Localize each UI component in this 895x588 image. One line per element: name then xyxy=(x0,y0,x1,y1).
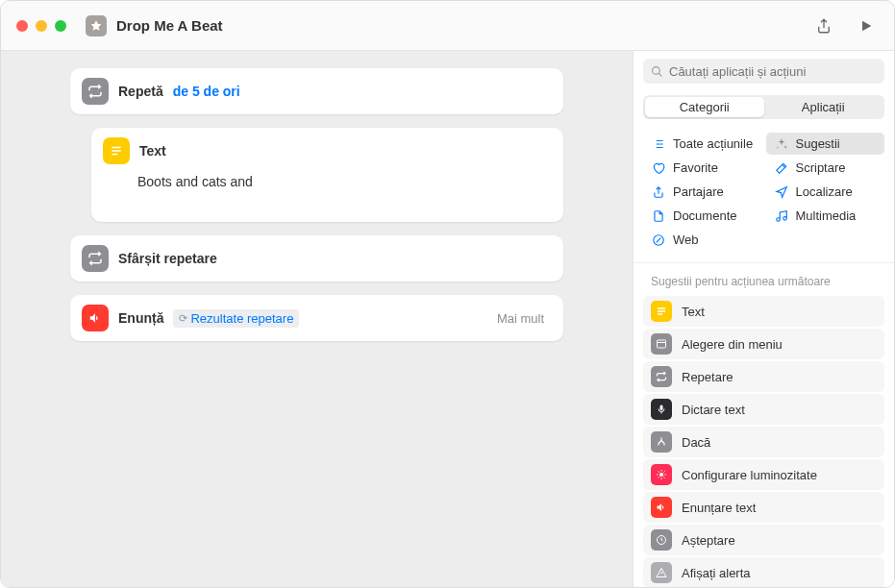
actions-sidebar: Categorii Aplicații Toate acțiunileSuges… xyxy=(633,51,894,587)
close-window-button[interactable] xyxy=(16,20,28,32)
show-more-button[interactable]: Mai mult xyxy=(489,307,552,330)
category-share[interactable]: Partajare xyxy=(643,181,762,203)
category-sparkle[interactable]: Sugestii xyxy=(766,133,885,155)
suggestion-item[interactable]: Dacă xyxy=(643,427,884,457)
category-safari[interactable]: Web xyxy=(643,229,762,251)
svg-point-3 xyxy=(653,66,660,74)
speak-action[interactable]: Enunță ⟳ Rezultate repetare Mai mult xyxy=(70,295,563,341)
repeat-param[interactable]: de 5 de ori xyxy=(173,84,240,99)
suggestion-item[interactable]: Dictare text xyxy=(643,394,884,425)
svg-rect-6 xyxy=(660,405,663,411)
nav-icon xyxy=(774,185,789,199)
suggestion-label: Repetare xyxy=(682,370,733,384)
search-input[interactable] xyxy=(669,64,877,79)
clock-icon xyxy=(651,529,672,551)
repeat-icon xyxy=(82,78,109,105)
category-label: Toate acțiunile xyxy=(673,136,753,151)
category-wand[interactable]: Scriptare xyxy=(766,157,885,179)
suggestion-item[interactable]: Enunțare text xyxy=(643,492,884,523)
traffic-lights[interactable] xyxy=(16,20,66,32)
workflow-canvas[interactable]: Repetă de 5 de ori Text Boots and cats a… xyxy=(1,51,633,587)
branch-icon xyxy=(651,431,672,453)
category-label: Scriptare xyxy=(796,160,846,175)
repeat-icon xyxy=(651,366,672,387)
tab-categories[interactable]: Categorii xyxy=(645,97,764,117)
bright-icon xyxy=(651,464,672,485)
share-button[interactable] xyxy=(811,14,836,37)
suggestion-label: Dacă xyxy=(682,435,710,450)
suggestion-label: Dictare text xyxy=(682,403,745,417)
speak-icon xyxy=(82,305,109,331)
end-repeat-action[interactable]: Sfârșit repetare xyxy=(70,235,563,282)
category-label: Documente xyxy=(673,208,736,223)
shortcut-icon xyxy=(86,15,107,37)
suggestion-label: Așteptare xyxy=(682,533,735,548)
speak-variable-token[interactable]: ⟳ Rezultate repetare xyxy=(173,309,299,328)
category-label: Web xyxy=(673,233,699,247)
alert-icon xyxy=(651,562,672,583)
suggestion-item[interactable]: Afișați alerta xyxy=(643,557,884,587)
suggestion-label: Enunțare text xyxy=(682,501,756,515)
svg-rect-5 xyxy=(658,340,666,348)
mic-icon xyxy=(651,399,672,420)
wand-icon xyxy=(774,161,789,175)
speak-icon xyxy=(651,497,672,518)
category-doc[interactable]: Documente xyxy=(643,205,762,227)
search-field[interactable] xyxy=(643,59,884,84)
suggestion-item[interactable]: Așteptare xyxy=(643,525,884,555)
fullscreen-window-button[interactable] xyxy=(55,20,66,32)
suggestion-item[interactable]: Repetare xyxy=(643,361,884,392)
category-label: Localizare xyxy=(796,184,853,199)
text-icon xyxy=(651,301,672,322)
tab-apps[interactable]: Aplicații xyxy=(764,97,883,117)
sparkle-icon xyxy=(774,137,789,151)
suggestion-label: Configurare luminozitate xyxy=(682,468,817,482)
safari-icon xyxy=(651,233,666,247)
menu-icon xyxy=(651,333,672,355)
end-repeat-label: Sfârșit repetare xyxy=(118,251,217,266)
category-label: Sugestii xyxy=(796,136,840,151)
suggestion-label: Afișați alerta xyxy=(682,566,751,580)
share-icon xyxy=(651,185,666,199)
suggestion-item[interactable]: Configurare luminozitate xyxy=(643,459,884,490)
svg-point-7 xyxy=(659,473,663,477)
category-nav[interactable]: Localizare xyxy=(766,181,885,203)
token-text: Rezultate repetare xyxy=(190,311,293,326)
repeat-end-icon xyxy=(82,245,109,272)
suggestion-item[interactable]: Alegere din meniu xyxy=(643,329,884,359)
repeat-action[interactable]: Repetă de 5 de ori xyxy=(70,68,563,114)
suggestion-label: Text xyxy=(682,305,705,319)
suggestion-item[interactable]: Text xyxy=(643,296,884,327)
repeat-label: Repetă xyxy=(118,84,163,99)
category-label: Partajare xyxy=(673,184,724,199)
text-content-input[interactable]: Boots and cats and xyxy=(137,174,552,208)
list-icon xyxy=(651,137,666,151)
text-icon xyxy=(103,137,130,164)
heart-icon xyxy=(651,161,666,175)
text-action[interactable]: Text Boots and cats and xyxy=(91,128,563,222)
music-icon xyxy=(774,209,789,223)
category-music[interactable]: Multimedia xyxy=(766,205,885,227)
run-button[interactable] xyxy=(854,14,879,37)
variable-icon: ⟳ xyxy=(179,312,187,325)
search-icon xyxy=(651,65,663,78)
text-action-label: Text xyxy=(139,143,166,159)
window-title: Drop Me A Beat xyxy=(116,17,223,34)
category-list[interactable]: Toate acțiunile xyxy=(643,133,762,155)
suggestion-label: Alegere din meniu xyxy=(682,337,783,352)
minimize-window-button[interactable] xyxy=(36,20,47,32)
segmented-control[interactable]: Categorii Aplicații xyxy=(643,95,884,119)
category-label: Favorite xyxy=(673,160,718,175)
speak-label: Enunță xyxy=(118,310,163,326)
doc-icon xyxy=(651,209,666,223)
category-label: Multimedia xyxy=(796,208,857,223)
category-heart[interactable]: Favorite xyxy=(643,157,762,179)
suggestions-header: Sugestii pentru acțiunea următoare xyxy=(643,271,884,296)
